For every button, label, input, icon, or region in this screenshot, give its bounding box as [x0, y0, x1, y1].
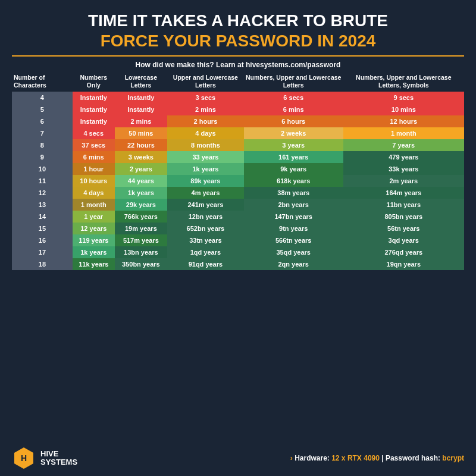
data-cell: 11k years: [73, 258, 115, 270]
char-count-cell: 15: [12, 223, 73, 234]
col-header-chars: Number of Characters: [12, 71, 73, 92]
data-cell: 805bn years: [343, 211, 464, 223]
data-cell: 11bn years: [343, 199, 464, 211]
data-cell: 618k years: [244, 175, 343, 187]
data-cell: Instantly: [115, 92, 167, 104]
data-cell: 2 weeks: [244, 127, 343, 139]
table-row: 171k years13bn years1qd years35qd years2…: [12, 246, 464, 258]
data-cell: 50 mins: [115, 127, 167, 139]
table-row: 837 secs22 hours8 months3 years7 years: [12, 139, 464, 151]
data-cell: Instantly: [73, 115, 115, 127]
char-count-cell: 8: [12, 139, 73, 151]
data-cell: 566tn years: [244, 234, 343, 246]
data-cell: 13bn years: [115, 246, 167, 258]
hive-logo-icon: H: [12, 446, 36, 470]
col-header-all: Numbers, Upper and Lowercase Letters, Sy…: [343, 71, 464, 92]
data-cell: 1 month: [343, 127, 464, 139]
footer: H HIVESYSTEMS › Hardware: 12 x RTX 4090 …: [12, 443, 464, 470]
data-cell: 6 mins: [73, 151, 115, 163]
data-cell: 56tn years: [343, 223, 464, 234]
table-header-row: Number of Characters Numbers Only Lowerc…: [12, 71, 464, 92]
separator: |: [380, 454, 386, 462]
data-cell: 91qd years: [167, 258, 244, 270]
data-cell: 12 hours: [343, 115, 464, 127]
password-table: Number of Characters Numbers Only Lowerc…: [12, 71, 464, 270]
char-count-cell: 13: [12, 199, 73, 211]
table-row: 141 year766k years12bn years147bn years8…: [12, 211, 464, 223]
data-cell: 3 secs: [167, 92, 244, 104]
col-header-numbers: Numbers Only: [73, 71, 115, 92]
data-cell: 479 years: [343, 151, 464, 163]
table-row: 101 hour2 years1k years9k years33k years: [12, 163, 464, 175]
hardware-value: 12 x RTX 4090: [331, 454, 380, 462]
data-cell: 766k years: [115, 211, 167, 223]
data-cell: 1 month: [73, 199, 115, 211]
footer-hardware-info: › Hardware: 12 x RTX 4090 | Password has…: [83, 454, 464, 462]
data-cell: 2m years: [343, 175, 464, 187]
table-row: 6Instantly2 mins2 hours6 hours12 hours: [12, 115, 464, 127]
char-count-cell: 4: [12, 92, 73, 104]
data-cell: 2 hours: [167, 115, 244, 127]
data-cell: 29k years: [115, 199, 167, 211]
table-row: 1512 years19m years652bn years9tn years5…: [12, 223, 464, 234]
data-cell: 9 secs: [343, 92, 464, 104]
table-row: 1110 hours44 years89k years618k years2m …: [12, 175, 464, 187]
data-cell: 7 years: [343, 139, 464, 151]
data-cell: 2 mins: [115, 115, 167, 127]
data-cell: 1k years: [73, 246, 115, 258]
data-cell: 12 years: [73, 223, 115, 234]
title-line1: TIME IT TAKES A HACKER TO BRUTE: [12, 11, 464, 31]
data-cell: 6 secs: [244, 92, 343, 104]
data-cell: 19m years: [115, 223, 167, 234]
data-cell: 6 mins: [244, 104, 343, 115]
data-cell: 3 years: [244, 139, 343, 151]
data-cell: 33 years: [167, 151, 244, 163]
data-cell: 8 months: [167, 139, 244, 151]
hash-value: bcrypt: [442, 454, 464, 462]
char-count-cell: 7: [12, 127, 73, 139]
char-count-cell: 18: [12, 258, 73, 270]
col-header-upper-lower: Upper and Lowercase Letters: [167, 71, 244, 92]
data-cell: Instantly: [73, 104, 115, 115]
data-cell: 10 mins: [343, 104, 464, 115]
data-cell: 119 years: [73, 234, 115, 246]
char-count-cell: 16: [12, 234, 73, 246]
data-cell: 9tn years: [244, 223, 343, 234]
data-cell: 3qd years: [343, 234, 464, 246]
data-cell: 2qn years: [244, 258, 343, 270]
char-count-cell: 17: [12, 246, 73, 258]
table-row: 16119 years517m years33tn years566tn yea…: [12, 234, 464, 246]
hash-label: Password hash:: [386, 454, 442, 462]
table-row: 131 month29k years241m years2bn years11b…: [12, 199, 464, 211]
svg-text:H: H: [21, 453, 27, 463]
data-cell: 2 mins: [167, 104, 244, 115]
data-cell: 241m years: [167, 199, 244, 211]
table-row: 74 secs50 mins4 days2 weeks1 month: [12, 127, 464, 139]
data-cell: 3 weeks: [115, 151, 167, 163]
char-count-cell: 5: [12, 104, 73, 115]
main-title: TIME IT TAKES A HACKER TO BRUTE FORCE YO…: [12, 11, 464, 51]
data-cell: 1 year: [73, 211, 115, 223]
char-count-cell: 11: [12, 175, 73, 187]
title-divider: [12, 55, 464, 57]
char-count-cell: 6: [12, 115, 73, 127]
data-cell: 33k years: [343, 163, 464, 175]
col-header-lower: Lowercase Letters: [115, 71, 167, 92]
data-cell: 652bn years: [167, 223, 244, 234]
logo-text: HIVESYSTEMS: [40, 450, 77, 467]
data-cell: 1k years: [115, 187, 167, 199]
data-cell: 10 hours: [73, 175, 115, 187]
data-cell: 1k years: [167, 163, 244, 175]
table-row: 124 days1k years4m years38m years164m ye…: [12, 187, 464, 199]
table-row: 1811k years350bn years91qd years2qn year…: [12, 258, 464, 270]
data-cell: 12bn years: [167, 211, 244, 223]
title-line2: FORCE YOUR PASSWORD IN 2024: [12, 31, 464, 51]
data-cell: 35qd years: [244, 246, 343, 258]
data-cell: Instantly: [115, 104, 167, 115]
data-cell: 147bn years: [244, 211, 343, 223]
data-cell: 1 hour: [73, 163, 115, 175]
data-cell: 2 years: [115, 163, 167, 175]
data-cell: 1qd years: [167, 246, 244, 258]
data-cell: 4 days: [167, 127, 244, 139]
data-cell: 517m years: [115, 234, 167, 246]
